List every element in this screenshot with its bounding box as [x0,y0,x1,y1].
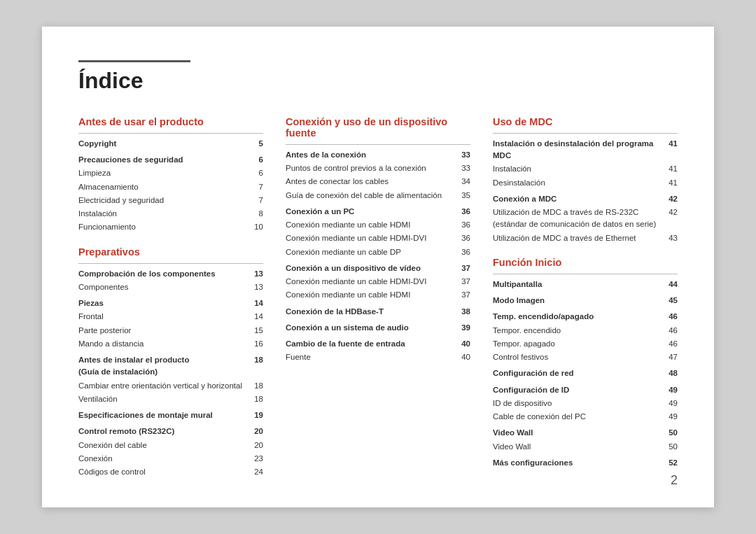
title-bar [78,60,190,62]
list-item: Configuración de ID 49 [493,384,678,396]
column-1: Antes de usar el producto Copyright 5 Pr… [78,116,286,480]
list-item: Electricidad y seguridad 7 [78,195,263,206]
list-item: Utilización de MDC a través de Ethernet … [493,232,678,244]
list-item: Conexión mediante un cable DP 36 [286,246,470,258]
list-item: Conexión de la HDBase-T 38 [286,306,470,318]
list-item: Ventilación 18 [78,393,263,405]
list-item: Almacenamiento 7 [78,181,263,193]
divider-4 [493,133,678,134]
toc-list-conexion: Antes de la conexión 33 Puntos de contro… [286,149,470,364]
page-number: 2 [671,473,678,488]
list-item: ID de dispositivo 49 [493,398,678,409]
list-item: Conexión a un PC 36 [286,206,470,218]
list-item: Comprobación de los componentes 13 [78,268,263,280]
list-item: Códigos de control 24 [78,466,263,478]
list-item: Instalación 41 [493,163,678,175]
list-item: Video Wall 50 [493,427,678,439]
list-item: Conexión mediante un cable HDMI 36 [286,219,470,231]
list-item: Puntos de control previos a la conexión … [286,162,470,174]
section-title-antes: Antes de usar el producto [78,116,263,127]
list-item: Control remoto (RS232C) 20 [78,426,263,437]
list-item: Cambiar entre orientación vertical y hor… [78,380,263,392]
list-item: Conexión a MDC 42 [493,193,678,205]
toc-list-mdc: Instalación o desinstalación del program… [493,138,678,244]
list-item: Conexión a un sistema de audio 39 [286,322,470,334]
toc-list-preparativos: Comprobación de los componentes 13 Compo… [78,268,263,479]
list-item: Cambio de la fuente de entrada 40 [286,338,470,350]
list-item: Conexión del cable 20 [78,440,263,451]
list-item: Fuente 40 [286,351,470,363]
list-item: Video Wall 50 [493,441,678,453]
list-item: Limpieza 6 [78,167,263,179]
list-item: Guía de conexión del cable de alimentaci… [286,190,470,202]
section-title-conexion: Conexión y uso de un dispositivo fuente [286,116,470,139]
list-item: Mando a distancia 16 [78,338,263,350]
list-item: Antes de instalar el producto(Guía de in… [78,354,263,379]
section-title-preparativos: Preparativos [78,246,263,258]
list-item: Utilización de MDC a través de RS-232C (… [493,206,678,231]
list-item: Antes de conectar los cables 34 [286,176,470,188]
columns: Antes de usar el producto Copyright 5 Pr… [78,116,678,480]
list-item: Conexión a un dispositivo de vídeo 37 [286,262,470,274]
list-item: Instalación 8 [78,208,263,220]
list-item: Cable de conexión del PC 49 [493,411,678,423]
page-title: Índice [78,68,678,94]
list-item: Antes de la conexión 33 [286,149,470,161]
list-item: Copyright 5 [78,138,263,150]
list-item: Parte posterior 15 [78,325,263,337]
list-item: Frontal 14 [78,311,263,323]
divider-1 [78,133,263,134]
list-item: Modo Imagen 45 [493,295,678,307]
list-item: Desinstalación 41 [493,177,678,189]
section-title-funcion: Función Inicio [493,257,678,268]
list-item: Instalación o desinstalación del program… [493,138,678,162]
list-item: Conexión mediante un cable HDMI-DVI 36 [286,232,470,244]
list-item: Conexión 23 [78,453,263,465]
page: Índice Antes de usar el producto Copyrig… [42,27,714,508]
list-item: Conexión mediante un cable HDMI 37 [286,289,470,301]
list-item: Configuración de red 48 [493,367,678,379]
list-item: Componentes 13 [78,281,263,293]
section-title-mdc: Uso de MDC [493,116,678,127]
column-3: Uso de MDC Instalación o desinstalación … [493,116,678,480]
list-item: Control festivos 47 [493,351,678,363]
list-item: Funcionamiento 10 [78,221,263,233]
toc-list-funcion: Multipantalla 44 Modo Imagen 45 Temp. en… [493,279,678,469]
list-item: Especificaciones de montaje mural 19 [78,409,263,421]
divider-5 [493,274,678,274]
list-item: Tempor. apagado 46 [493,338,678,350]
list-item: Multipantalla 44 [493,279,678,290]
column-2: Conexión y uso de un dispositivo fuente … [286,116,493,480]
list-item: Temp. encendido/apagado 46 [493,311,678,323]
list-item: Piezas 14 [78,297,263,309]
list-item: Más configuraciones 52 [493,457,678,469]
toc-list-antes: Copyright 5 Precauciones de seguridad 6 … [78,138,263,234]
divider-2 [78,263,263,264]
divider-3 [286,144,470,145]
list-item: Tempor. encendido 46 [493,325,678,337]
list-item: Conexión mediante un cable HDMI-DVI 37 [286,276,470,288]
list-item: Precauciones de seguridad 6 [78,154,263,166]
